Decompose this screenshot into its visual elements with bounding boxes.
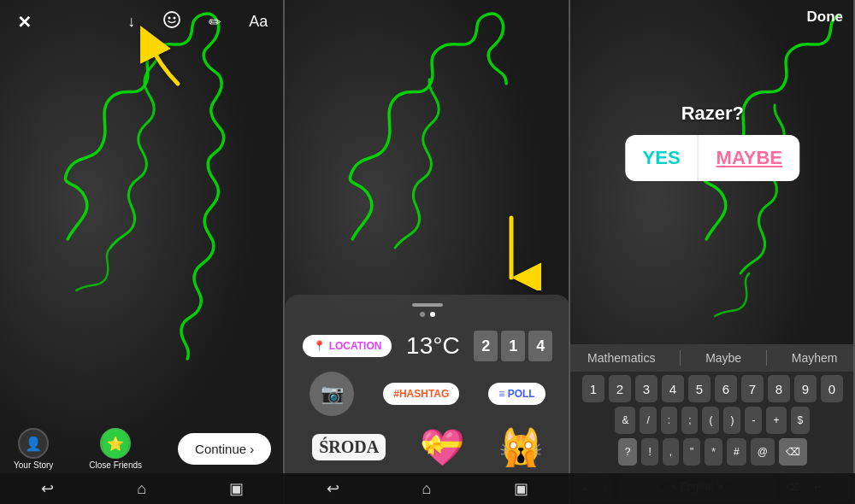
kb-quote[interactable]: " — [683, 438, 700, 466]
sticker-menu: 📍 LOCATION 13°C 2 1 4 📷 #HASHTAG ≡ POLL — [285, 295, 569, 473]
number-tiles: 2 1 4 — [474, 331, 552, 361]
continue-button[interactable]: Continue › — [178, 433, 271, 465]
kb-exclaim[interactable]: ! — [641, 438, 657, 466]
suggestion-maybe[interactable]: Maybe — [695, 349, 752, 366]
kb-sym-row1: & / : ; ( ) - + $ — [574, 407, 852, 434]
keyboard-rows: 1 2 3 4 5 6 7 8 9 0 & / : ; ( ) - + — [570, 372, 855, 472]
num-tile-2[interactable]: 2 — [474, 331, 498, 361]
kb-dash[interactable]: - — [745, 407, 762, 434]
num-tile-4[interactable]: 4 — [528, 331, 552, 361]
temperature-sticker[interactable]: 13°C — [406, 332, 460, 360]
nav-back-2[interactable]: ↩ — [327, 479, 339, 498]
heart-cat-sticker[interactable]: 🙀 — [498, 426, 543, 468]
close-friends-avatar: ⭐ — [100, 428, 131, 459]
kb-lparen[interactable]: ( — [702, 407, 719, 434]
panel1-bottom-bar: 👤 Your Story ⭐ Close Friends Continue › — [0, 428, 285, 470]
sticker-row-3: ŚRODA 💝 🙀 — [285, 421, 569, 473]
suggestion-mathematics[interactable]: Mathematics — [577, 349, 665, 366]
sticker-row-2: 📷 #HASHTAG ≡ POLL — [285, 366, 569, 421]
panel-2: 📍 LOCATION 13°C 2 1 4 📷 #HASHTAG ≡ POLL — [285, 0, 569, 504]
navbar-2: ↩ ⌂ ▣ — [285, 473, 569, 504]
dot-1 — [420, 312, 425, 317]
close-friends-button[interactable]: ⭐ Close Friends — [89, 428, 142, 470]
kb-5[interactable]: 5 — [688, 375, 711, 402]
kb-0[interactable]: 0 — [821, 375, 843, 402]
hashtag-sticker[interactable]: #HASHTAG — [383, 383, 459, 405]
hearts-sticker[interactable]: 💝 — [420, 426, 464, 468]
kb-backspace[interactable]: ⌫ — [779, 438, 807, 466]
kb-1[interactable]: 1 — [582, 375, 604, 402]
location-sticker[interactable]: 📍 LOCATION — [303, 335, 392, 357]
close-friends-label: Close Friends — [89, 460, 142, 470]
handle — [285, 303, 569, 307]
location-label: LOCATION — [329, 340, 382, 352]
handle-bar — [412, 303, 443, 307]
page-dots — [285, 312, 569, 317]
navbar-1: ↩ ⌂ ▣ — [0, 473, 285, 504]
nav-square-1[interactable]: ▣ — [229, 479, 244, 498]
poll-maybe-option[interactable]: MAYBE — [698, 135, 799, 181]
sticker-icon[interactable] — [156, 7, 188, 37]
hashtag-label: #HASHTAG — [393, 388, 449, 400]
kb-4[interactable]: 4 — [662, 375, 684, 402]
kb-sym-row2: ? ! , " * # @ ⌫ — [574, 438, 852, 466]
kb-7[interactable]: 7 — [741, 375, 764, 402]
poll-options: YES MAYBE — [626, 135, 799, 181]
svg-point-0 — [164, 12, 180, 27]
camera-icon: 📷 — [321, 383, 344, 405]
suggestion-divider-2 — [766, 350, 767, 366]
done-button[interactable]: Done — [806, 9, 843, 26]
kb-9[interactable]: 9 — [794, 375, 817, 402]
svg-point-2 — [174, 17, 176, 20]
sroda-sticker[interactable]: ŚRODA — [312, 434, 386, 460]
navbar-3 — [570, 473, 855, 504]
nav-square-2[interactable]: ▣ — [514, 479, 528, 498]
kb-dollar[interactable]: $ — [791, 407, 811, 434]
nav-home-2[interactable]: ⌂ — [422, 480, 432, 498]
kb-rparen[interactable]: ) — [723, 407, 740, 434]
num-tile-1[interactable]: 1 — [501, 331, 525, 361]
sticker-row-1: 📍 LOCATION 13°C 2 1 4 — [285, 325, 569, 366]
kb-2[interactable]: 2 — [609, 375, 631, 402]
kb-num-row: 1 2 3 4 5 6 7 8 9 0 — [574, 375, 852, 402]
your-story-label: Your Story — [14, 460, 53, 470]
poll-label: ≡ POLL — [498, 388, 534, 400]
your-story-button[interactable]: 👤 Your Story — [14, 428, 53, 470]
panel-1: ✕ ↓ ✏ Aa — [0, 0, 285, 504]
kb-semicolon[interactable]: ; — [681, 407, 698, 434]
top-toolbar-1: ✕ ↓ ✏ Aa — [0, 7, 285, 37]
poll-sticker[interactable]: ≡ POLL — [488, 383, 545, 405]
kb-asterisk[interactable]: * — [705, 438, 722, 466]
kb-3[interactable]: 3 — [635, 375, 657, 402]
kb-amp[interactable]: & — [615, 407, 635, 434]
toolbar-right: ↓ ✏ Aa — [121, 7, 274, 37]
sroda-label: ŚRODA — [319, 437, 379, 456]
keyboard-suggestions: Mathematics Maybe Mayhem — [570, 344, 855, 372]
kb-comma[interactable]: , — [663, 438, 679, 466]
kb-plus[interactable]: + — [766, 407, 786, 434]
dot-2 — [430, 312, 435, 317]
close-button[interactable]: ✕ — [10, 9, 38, 36]
friends-icon: ⭐ — [102, 429, 129, 458]
your-story-avatar: 👤 — [18, 428, 49, 459]
kb-at[interactable]: @ — [751, 438, 775, 466]
suggestion-mayhem[interactable]: Mayhem — [781, 349, 848, 366]
save-icon[interactable]: ↓ — [121, 9, 142, 34]
kb-8[interactable]: 8 — [768, 375, 790, 402]
draw-icon[interactable]: ✏ — [202, 9, 228, 35]
panel-3: Done Razer? YES MAYBE Mathematics Maybe … — [570, 0, 855, 504]
text-icon[interactable]: Aa — [242, 9, 274, 34]
poll-yes-option[interactable]: YES — [626, 135, 698, 181]
camera-sticker[interactable]: 📷 — [310, 372, 354, 416]
kb-slash[interactable]: / — [640, 407, 656, 434]
poll-widget: Razer? YES MAYBE — [626, 103, 799, 181]
poll-question: Razer? — [626, 103, 799, 125]
kb-colon[interactable]: : — [661, 407, 677, 434]
kb-hash[interactable]: # — [727, 438, 746, 466]
kb-6[interactable]: 6 — [715, 375, 737, 402]
nav-home-1[interactable]: ⌂ — [137, 480, 146, 498]
nav-back-1[interactable]: ↩ — [41, 479, 54, 498]
kb-question[interactable]: ? — [618, 438, 638, 466]
svg-point-1 — [168, 17, 171, 20]
suggestion-divider-1 — [680, 350, 681, 366]
